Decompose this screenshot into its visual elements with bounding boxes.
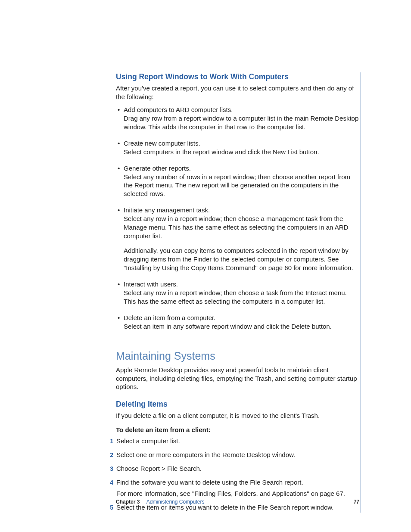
step-number: 3 xyxy=(107,465,113,473)
list-item-lead: Generate other reports. xyxy=(124,164,359,173)
step-number: 5 xyxy=(107,504,113,512)
step-text: Choose Report > File Search. xyxy=(116,465,202,472)
page-number: 77 xyxy=(354,499,359,505)
section-maintaining-systems: Maintaining Systems Apple Remote Desktop… xyxy=(116,350,359,512)
step-item: 4Find the software you want to delete us… xyxy=(107,478,359,498)
list-item: Generate other reports. Select any numbe… xyxy=(116,164,359,199)
intro-paragraph: If you delete a file on a client compute… xyxy=(116,411,359,420)
step-text: Select one or more computers in the Remo… xyxy=(116,451,295,458)
list-item-lead: Add computers to ARD computer lists. xyxy=(124,106,359,114)
heading-deleting-items: Deleting Items xyxy=(116,400,359,409)
list-item-body: Select an item in any software report wi… xyxy=(124,322,359,331)
step-subtext: For more information, see "Finding Files… xyxy=(116,489,359,498)
list-item-body: Drag any row from a report window to a c… xyxy=(124,114,359,131)
list-item-body: Select computers in the report window an… xyxy=(124,148,359,156)
chapter-title: Administering Computers xyxy=(146,499,205,505)
bullet-list: Add computers to ARD computer lists. Dra… xyxy=(116,106,359,331)
list-item-extra: Additionally, you can copy items to comp… xyxy=(124,246,359,272)
list-item-lead: Interact with users. xyxy=(124,280,359,289)
intro-paragraph: Apple Remote Desktop provides easy and p… xyxy=(116,366,359,392)
list-item-body: Select any number of rows in a report wi… xyxy=(124,173,359,199)
step-number: 1 xyxy=(107,437,113,445)
list-item: Initiate any management task. Select any… xyxy=(116,206,359,272)
step-item: 2Select one or more computers in the Rem… xyxy=(107,451,359,459)
step-item: 3Choose Report > File Search. xyxy=(107,464,359,473)
list-item: Create new computer lists. Select comput… xyxy=(116,139,359,156)
list-item: Delete an item from a computer. Select a… xyxy=(116,314,359,331)
page-footer: Chapter 3 Administering Computers 77 xyxy=(116,499,359,505)
intro-paragraph: After you've created a report, you can u… xyxy=(116,84,359,101)
margin-rule xyxy=(361,72,361,513)
page-content: Using Report Windows to Work With Comput… xyxy=(116,72,359,517)
step-number: 2 xyxy=(107,451,113,459)
list-item-lead: Delete an item from a computer. xyxy=(124,314,359,322)
heading-using-report-windows: Using Report Windows to Work With Comput… xyxy=(116,72,359,81)
list-item-lead: Initiate any management task. xyxy=(124,206,359,215)
heading-maintaining-systems: Maintaining Systems xyxy=(116,350,359,362)
step-number: 4 xyxy=(107,479,113,487)
list-item-body: Select any row in a report window; then … xyxy=(124,289,359,306)
list-item: Interact with users. Select any row in a… xyxy=(116,280,359,306)
chapter-label: Chapter 3 xyxy=(116,499,140,505)
step-text: Find the software you want to delete usi… xyxy=(116,479,303,486)
list-item-lead: Create new computer lists. xyxy=(124,139,359,148)
list-item-body: Select any row in a report window; then … xyxy=(124,215,359,240)
list-item: Add computers to ARD computer lists. Dra… xyxy=(116,106,359,131)
step-item: 1Select a computer list. xyxy=(107,437,359,445)
step-text: Select a computer list. xyxy=(116,437,180,445)
procedure-title: To delete an item from a client: xyxy=(116,426,359,433)
